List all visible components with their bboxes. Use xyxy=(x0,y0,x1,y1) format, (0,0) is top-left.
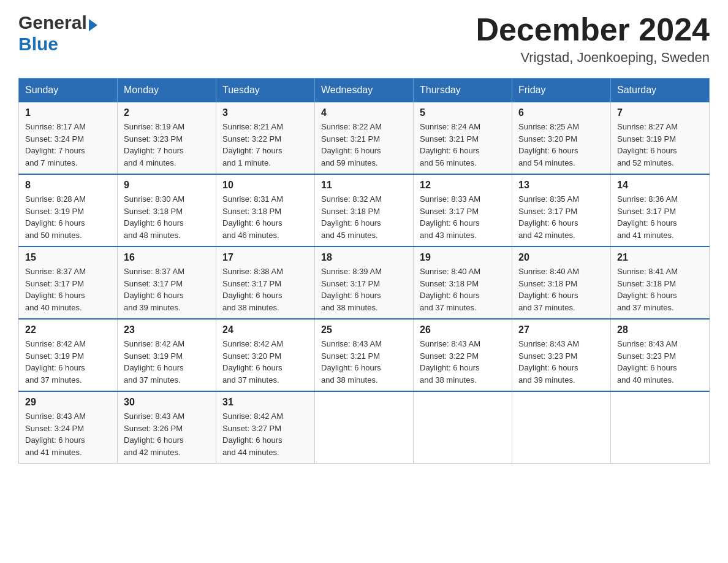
day-number: 30 xyxy=(124,397,210,408)
day-info: Sunrise: 8:42 AMSunset: 3:27 PMDaylight:… xyxy=(222,412,283,457)
day-info: Sunrise: 8:43 AMSunset: 3:24 PMDaylight:… xyxy=(25,412,86,457)
col-tuesday: Tuesday xyxy=(216,79,315,102)
day-info: Sunrise: 8:41 AMSunset: 3:18 PMDaylight:… xyxy=(617,267,678,312)
table-row: 13 Sunrise: 8:35 AMSunset: 3:17 PMDaylig… xyxy=(512,174,611,247)
table-row: 18 Sunrise: 8:39 AMSunset: 3:17 PMDaylig… xyxy=(315,247,414,319)
table-row: 29 Sunrise: 8:43 AMSunset: 3:24 PMDaylig… xyxy=(19,391,118,464)
table-row: 15 Sunrise: 8:37 AMSunset: 3:17 PMDaylig… xyxy=(19,247,118,319)
table-row: 21 Sunrise: 8:41 AMSunset: 3:18 PMDaylig… xyxy=(611,247,710,319)
day-info: Sunrise: 8:43 AMSunset: 3:23 PMDaylight:… xyxy=(617,339,678,385)
day-info: Sunrise: 8:24 AMSunset: 3:21 PMDaylight:… xyxy=(420,122,480,167)
table-row xyxy=(414,391,512,464)
table-row: 1 Sunrise: 8:17 AMSunset: 3:24 PMDayligh… xyxy=(19,102,118,175)
day-info: Sunrise: 8:43 AMSunset: 3:21 PMDaylight:… xyxy=(321,339,382,385)
col-monday: Monday xyxy=(118,79,216,102)
day-info: Sunrise: 8:21 AMSunset: 3:22 PMDaylight:… xyxy=(222,122,283,167)
table-row: 20 Sunrise: 8:40 AMSunset: 3:18 PMDaylig… xyxy=(512,247,611,319)
table-row: 17 Sunrise: 8:38 AMSunset: 3:17 PMDaylig… xyxy=(216,247,315,319)
day-number: 3 xyxy=(222,107,308,118)
day-info: Sunrise: 8:42 AMSunset: 3:20 PMDaylight:… xyxy=(222,339,283,385)
day-number: 5 xyxy=(420,107,506,118)
day-number: 8 xyxy=(25,180,111,191)
table-row: 23 Sunrise: 8:42 AMSunset: 3:19 PMDaylig… xyxy=(118,319,216,391)
day-number: 15 xyxy=(25,252,111,263)
calendar-week-row: 8 Sunrise: 8:28 AMSunset: 3:19 PMDayligh… xyxy=(19,174,710,247)
day-info: Sunrise: 8:32 AMSunset: 3:18 PMDaylight:… xyxy=(321,194,382,240)
calendar-table: Sunday Monday Tuesday Wednesday Thursday… xyxy=(18,78,710,464)
day-number: 2 xyxy=(124,107,210,118)
day-info: Sunrise: 8:31 AMSunset: 3:18 PMDaylight:… xyxy=(222,194,283,240)
table-row: 5 Sunrise: 8:24 AMSunset: 3:21 PMDayligh… xyxy=(414,102,512,175)
day-info: Sunrise: 8:43 AMSunset: 3:26 PMDaylight:… xyxy=(124,412,184,457)
day-number: 11 xyxy=(321,180,407,191)
day-number: 21 xyxy=(617,252,703,263)
day-number: 25 xyxy=(321,324,407,335)
day-info: Sunrise: 8:36 AMSunset: 3:17 PMDaylight:… xyxy=(617,194,678,240)
table-row: 25 Sunrise: 8:43 AMSunset: 3:21 PMDaylig… xyxy=(315,319,414,391)
table-row: 26 Sunrise: 8:43 AMSunset: 3:22 PMDaylig… xyxy=(414,319,512,391)
day-number: 31 xyxy=(222,397,308,408)
table-row: 28 Sunrise: 8:43 AMSunset: 3:23 PMDaylig… xyxy=(611,319,710,391)
day-number: 12 xyxy=(420,180,506,191)
day-number: 7 xyxy=(617,107,703,118)
logo-general-text: General xyxy=(18,12,97,34)
day-number: 24 xyxy=(222,324,308,335)
day-number: 28 xyxy=(617,324,703,335)
day-number: 14 xyxy=(617,180,703,191)
col-friday: Friday xyxy=(512,79,611,102)
day-number: 19 xyxy=(420,252,506,263)
table-row: 7 Sunrise: 8:27 AMSunset: 3:19 PMDayligh… xyxy=(611,102,710,175)
day-info: Sunrise: 8:42 AMSunset: 3:19 PMDaylight:… xyxy=(124,339,184,385)
table-row: 3 Sunrise: 8:21 AMSunset: 3:22 PMDayligh… xyxy=(216,102,315,175)
title-block: December 2024 Vrigstad, Joenkoeping, Swe… xyxy=(476,12,710,66)
table-row: 16 Sunrise: 8:37 AMSunset: 3:17 PMDaylig… xyxy=(118,247,216,319)
table-row: 31 Sunrise: 8:42 AMSunset: 3:27 PMDaylig… xyxy=(216,391,315,464)
day-number: 27 xyxy=(518,324,604,335)
month-title: December 2024 xyxy=(476,12,710,47)
day-info: Sunrise: 8:27 AMSunset: 3:19 PMDaylight:… xyxy=(617,122,678,167)
day-info: Sunrise: 8:37 AMSunset: 3:17 PMDaylight:… xyxy=(25,267,86,312)
calendar-header-row: Sunday Monday Tuesday Wednesday Thursday… xyxy=(19,79,710,102)
logo: General Blue xyxy=(18,12,97,55)
col-saturday: Saturday xyxy=(611,79,710,102)
day-info: Sunrise: 8:22 AMSunset: 3:21 PMDaylight:… xyxy=(321,122,382,167)
col-sunday: Sunday xyxy=(19,79,118,102)
col-thursday: Thursday xyxy=(414,79,512,102)
table-row xyxy=(315,391,414,464)
day-info: Sunrise: 8:43 AMSunset: 3:22 PMDaylight:… xyxy=(420,339,480,385)
day-info: Sunrise: 8:38 AMSunset: 3:17 PMDaylight:… xyxy=(222,267,283,312)
day-info: Sunrise: 8:28 AMSunset: 3:19 PMDaylight:… xyxy=(25,194,86,240)
col-wednesday: Wednesday xyxy=(315,79,414,102)
day-number: 13 xyxy=(518,180,604,191)
table-row: 19 Sunrise: 8:40 AMSunset: 3:18 PMDaylig… xyxy=(414,247,512,319)
day-info: Sunrise: 8:19 AMSunset: 3:23 PMDaylight:… xyxy=(124,122,184,167)
day-info: Sunrise: 8:30 AMSunset: 3:18 PMDaylight:… xyxy=(124,194,184,240)
day-info: Sunrise: 8:39 AMSunset: 3:17 PMDaylight:… xyxy=(321,267,382,312)
day-number: 22 xyxy=(25,324,111,335)
day-number: 23 xyxy=(124,324,210,335)
table-row: 24 Sunrise: 8:42 AMSunset: 3:20 PMDaylig… xyxy=(216,319,315,391)
day-info: Sunrise: 8:42 AMSunset: 3:19 PMDaylight:… xyxy=(25,339,86,385)
day-info: Sunrise: 8:43 AMSunset: 3:23 PMDaylight:… xyxy=(518,339,579,385)
table-row: 9 Sunrise: 8:30 AMSunset: 3:18 PMDayligh… xyxy=(118,174,216,247)
day-info: Sunrise: 8:37 AMSunset: 3:17 PMDaylight:… xyxy=(124,267,184,312)
location: Vrigstad, Joenkoeping, Sweden xyxy=(476,50,710,66)
day-number: 17 xyxy=(222,252,308,263)
table-row: 12 Sunrise: 8:33 AMSunset: 3:17 PMDaylig… xyxy=(414,174,512,247)
day-info: Sunrise: 8:40 AMSunset: 3:18 PMDaylight:… xyxy=(420,267,480,312)
calendar-week-row: 15 Sunrise: 8:37 AMSunset: 3:17 PMDaylig… xyxy=(19,247,710,319)
day-info: Sunrise: 8:40 AMSunset: 3:18 PMDaylight:… xyxy=(518,267,579,312)
day-number: 4 xyxy=(321,107,407,118)
day-info: Sunrise: 8:33 AMSunset: 3:17 PMDaylight:… xyxy=(420,194,480,240)
table-row xyxy=(512,391,611,464)
calendar-week-row: 1 Sunrise: 8:17 AMSunset: 3:24 PMDayligh… xyxy=(19,102,710,175)
table-row: 22 Sunrise: 8:42 AMSunset: 3:19 PMDaylig… xyxy=(19,319,118,391)
day-info: Sunrise: 8:25 AMSunset: 3:20 PMDaylight:… xyxy=(518,122,579,167)
table-row: 4 Sunrise: 8:22 AMSunset: 3:21 PMDayligh… xyxy=(315,102,414,175)
day-number: 18 xyxy=(321,252,407,263)
day-number: 6 xyxy=(518,107,604,118)
day-number: 10 xyxy=(222,180,308,191)
table-row: 10 Sunrise: 8:31 AMSunset: 3:18 PMDaylig… xyxy=(216,174,315,247)
day-number: 16 xyxy=(124,252,210,263)
table-row: 2 Sunrise: 8:19 AMSunset: 3:23 PMDayligh… xyxy=(118,102,216,175)
